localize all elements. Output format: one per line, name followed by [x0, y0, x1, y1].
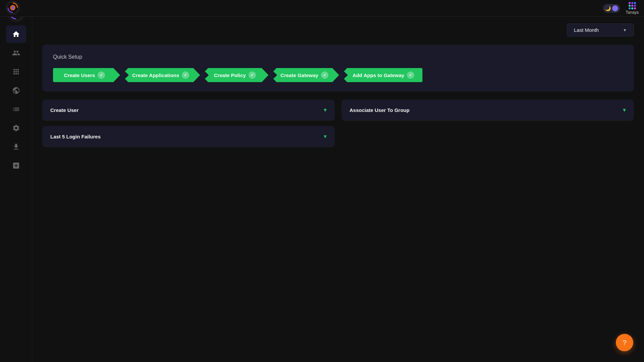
- steps-pipeline: Create Users ✓ Create Applications ✓ Cre…: [53, 68, 623, 82]
- avatar-dot: [629, 2, 631, 4]
- avatar-dot: [631, 7, 633, 9]
- login-failures-card-title: Last 5 Login Failures: [50, 134, 101, 139]
- topbar-right: 🌙 Tanaya: [603, 2, 639, 15]
- login-failures-chevron-icon: ▾: [324, 133, 327, 140]
- step-create-applications[interactable]: Create Applications ✓: [121, 68, 200, 82]
- sidebar-item-download[interactable]: [6, 138, 26, 156]
- step-create-users-check: ✓: [98, 71, 105, 79]
- avatar-dot: [634, 7, 636, 9]
- step-create-applications-label: Create Applications: [132, 72, 179, 78]
- sidebar: [0, 0, 32, 362]
- associate-user-card-header[interactable]: Associate User To Group ▾: [341, 100, 634, 121]
- help-icon: ?: [623, 339, 626, 347]
- dropdown-arrow-icon: ▼: [623, 28, 627, 33]
- associate-user-chevron-icon: ▾: [623, 106, 626, 114]
- associate-user-card-title: Associate User To Group: [350, 107, 410, 113]
- svg-point-3: [11, 6, 14, 9]
- avatar-dot: [631, 2, 633, 4]
- create-user-card-title: Create User: [50, 107, 78, 113]
- cards-row: Create User ▾ Last 5 Login Failures ▾ As…: [42, 100, 634, 147]
- step-create-policy-check: ✓: [249, 71, 256, 79]
- step-create-gateway[interactable]: Create Gateway ✓: [270, 68, 339, 82]
- create-user-chevron-icon: ▾: [324, 106, 327, 114]
- quick-setup-title: Quick Setup: [53, 54, 623, 60]
- sidebar-item-users[interactable]: [6, 44, 26, 62]
- sidebar-item-settings[interactable]: [6, 119, 26, 137]
- user-menu[interactable]: Tanaya: [626, 2, 639, 15]
- help-button[interactable]: ?: [616, 334, 633, 351]
- topbar-logo: [5, 0, 20, 16]
- step-create-gateway-check: ✓: [321, 71, 328, 79]
- avatar-dot: [631, 5, 633, 7]
- topbar: 🌙 Tanaya: [0, 0, 644, 17]
- step-add-apps-to-gateway[interactable]: Add Apps to Gateway ✓: [340, 68, 422, 82]
- step-create-users-label: Create Users: [64, 72, 95, 78]
- avatar-dot: [634, 2, 636, 4]
- login-failures-card: Last 5 Login Failures ▾: [42, 126, 335, 147]
- toggle-indicator: [612, 5, 618, 11]
- sidebar-item-add-widget[interactable]: [6, 157, 26, 174]
- login-failures-card-header[interactable]: Last 5 Login Failures ▾: [42, 126, 335, 147]
- step-create-users[interactable]: Create Users ✓: [53, 68, 120, 82]
- step-create-policy[interactable]: Create Policy ✓: [201, 68, 268, 82]
- sidebar-item-home[interactable]: [6, 25, 26, 43]
- step-create-applications-check: ✓: [182, 71, 189, 79]
- associate-user-card: Associate User To Group ▾: [341, 100, 634, 121]
- step-add-apps-to-gateway-check: ✓: [407, 71, 414, 79]
- step-create-policy-label: Create Policy: [214, 72, 246, 78]
- avatar-dot: [629, 7, 631, 9]
- main-header: Last Month ▼: [42, 23, 634, 37]
- create-user-card-header[interactable]: Create User ▾: [42, 100, 335, 121]
- user-name-label: Tanaya: [626, 10, 639, 15]
- sidebar-item-apps[interactable]: [6, 63, 26, 80]
- dark-mode-toggle[interactable]: 🌙: [603, 4, 620, 13]
- right-column: Associate User To Group ▾: [341, 100, 634, 147]
- sidebar-item-integrations[interactable]: [6, 82, 26, 99]
- create-user-card: Create User ▾: [42, 100, 335, 121]
- avatar-dots-grid: [629, 2, 636, 9]
- moon-icon: 🌙: [605, 6, 611, 11]
- avatar-dot: [629, 5, 631, 7]
- step-create-gateway-label: Create Gateway: [280, 72, 318, 78]
- main-content: Last Month ▼ Quick Setup Create Users ✓ …: [32, 17, 644, 362]
- time-range-dropdown[interactable]: Last Month ▼: [567, 23, 634, 37]
- sidebar-item-reports[interactable]: [6, 101, 26, 118]
- time-range-value: Last Month: [574, 27, 599, 33]
- quick-setup-card: Quick Setup Create Users ✓ Create Applic…: [42, 45, 634, 92]
- step-add-apps-to-gateway-label: Add Apps to Gateway: [353, 72, 404, 78]
- left-column: Create User ▾ Last 5 Login Failures ▾: [42, 100, 335, 147]
- avatar-dot: [634, 5, 636, 7]
